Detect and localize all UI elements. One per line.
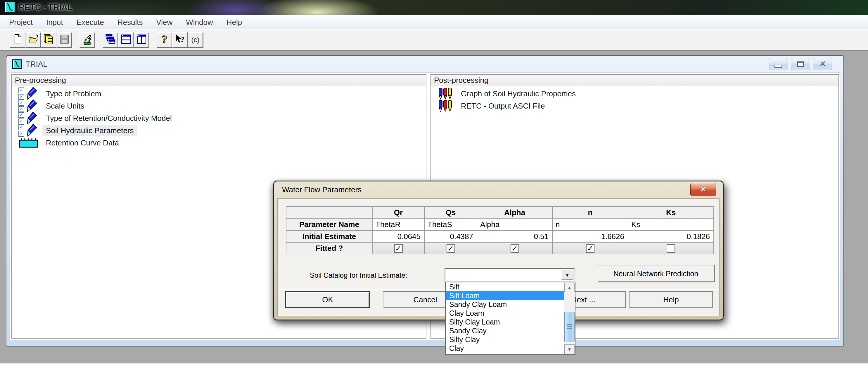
soil-catalog-combobox[interactable]: ▼ <box>445 268 575 281</box>
checkbox-checked[interactable]: ✓ <box>19 112 24 118</box>
dropdown-item-sandy-clay[interactable]: Sandy Clay <box>446 326 564 335</box>
dialog-title: Water Flow Parameters <box>274 181 362 198</box>
help-button[interactable]: Help <box>629 291 713 308</box>
parameter-table: Qr Qs Alpha n Ks Parameter Name ThetaR T… <box>286 206 714 254</box>
pre-item-retention-curve-data[interactable]: Retention Curve Data <box>12 137 426 149</box>
pre-item-soil-hydraulic-parameters[interactable]: ✓ ✓ Soil Hydraulic Parameters <box>12 124 426 137</box>
cascade-windows-button[interactable] <box>102 32 118 48</box>
scroll-up-icon[interactable]: ▲ <box>564 283 575 292</box>
minimize-button[interactable] <box>769 58 788 70</box>
row-header-initial-estimate: Initial Estimate <box>286 231 372 242</box>
context-help-button[interactable]: ? <box>172 32 188 48</box>
param-name-cell[interactable]: Alpha <box>477 218 552 231</box>
post-item-graph[interactable]: Graph of Soil Hydraulic Properties <box>431 87 838 100</box>
col-header-n: n <box>552 207 628 218</box>
neural-network-prediction-button[interactable]: Neural Network Prediction <box>597 265 715 282</box>
checkbox-checked[interactable]: ✓ <box>19 124 24 130</box>
scrollbar-thumb[interactable] <box>564 312 575 342</box>
dropdown-item-silty-clay[interactable]: Silty Clay <box>446 335 564 344</box>
edit-pen-icon <box>26 99 38 113</box>
col-header-qs: Qs <box>424 207 477 218</box>
checkbox-checked[interactable]: ✓ <box>19 131 24 137</box>
item-label[interactable]: Retention Curve Data <box>42 138 122 148</box>
dropdown-item-clay-loam[interactable]: Clay Loam <box>446 309 564 317</box>
fitted-checkbox-ks[interactable] <box>666 244 675 253</box>
scroll-down-icon[interactable]: ▼ <box>564 344 575 354</box>
param-name-cell[interactable]: ThetaR <box>372 218 424 231</box>
open-project-button[interactable] <box>25 32 41 48</box>
fitted-checkbox-alpha[interactable]: ✓ <box>510 244 519 253</box>
toolbar: ? ? (c) <box>0 29 868 51</box>
menu-project[interactable]: Project <box>2 16 39 29</box>
post-item-output-ascii[interactable]: RETC - Output ASCI File <box>431 100 838 112</box>
pre-item-retention-model[interactable]: ✓ ✓ Type of Retention/Conductivity Model <box>12 112 426 124</box>
col-header-ks: Ks <box>628 207 714 218</box>
item-label[interactable]: Type of Retention/Conductivity Model <box>42 113 175 124</box>
tile-vertical-button[interactable] <box>133 32 149 48</box>
initial-estimate-cell[interactable]: 0.0645 <box>372 231 424 242</box>
new-project-button[interactable] <box>10 32 25 48</box>
soil-catalog-dropdown-list: Silt Silt Loam Sandy Clay Loam Clay Loam… <box>445 282 576 355</box>
item-checkboxes[interactable]: ✓ ✓ <box>19 112 25 124</box>
item-checkboxes[interactable]: ✓ ✓ <box>19 124 25 137</box>
initial-estimate-cell[interactable]: 0.1826 <box>628 231 714 242</box>
item-label[interactable]: Type of Problem <box>42 88 105 99</box>
menu-execute[interactable]: Execute <box>70 16 111 29</box>
fitted-checkbox-qr[interactable]: ✓ <box>394 244 403 253</box>
dialog-close-button[interactable]: ✕ <box>690 183 716 196</box>
help-button[interactable]: ? <box>157 32 172 48</box>
ok-button[interactable]: OK <box>285 291 370 308</box>
open-docs-button[interactable] <box>41 32 56 48</box>
dropdown-item-silty-clay-loam[interactable]: Silty Clay Loam <box>446 317 564 326</box>
tile-horizontal-button[interactable] <box>118 32 133 48</box>
trial-window-icon <box>12 59 22 69</box>
fitted-checkbox-n[interactable]: ✓ <box>586 244 594 253</box>
checkbox-checked[interactable]: ✓ <box>19 87 24 93</box>
dropdown-item-silt-loam[interactable]: Silt Loam <box>446 291 564 300</box>
menu-help[interactable]: Help <box>220 16 249 29</box>
checkbox-checked[interactable]: ✓ <box>19 94 24 100</box>
menu-window[interactable]: Window <box>179 16 219 29</box>
checkbox-checked[interactable]: ✓ <box>19 118 24 124</box>
checkbox-checked[interactable]: ✓ <box>19 106 24 112</box>
dropdown-scrollbar[interactable]: ▲ ▼ <box>564 282 575 354</box>
pre-item-scale-units[interactable]: ✓ ✓ Scale Units <box>12 100 426 112</box>
initial-estimate-cell[interactable]: 0.51 <box>477 231 552 242</box>
cascade-windows-icon <box>105 33 116 46</box>
tile-vertical-icon <box>135 33 147 46</box>
screen: RETC - TRIAL Project Input Execute Resul… <box>0 0 868 369</box>
pre-item-type-of-problem[interactable]: ✓ ✓ Type of Problem <box>12 87 426 100</box>
menu-view[interactable]: View <box>149 16 179 29</box>
tile-horizontal-icon <box>120 33 132 46</box>
item-label[interactable]: Graph of Soil Hydraulic Properties <box>457 88 579 99</box>
param-name-cell[interactable]: Ks <box>628 218 714 231</box>
restore-button[interactable] <box>791 58 810 70</box>
run-retc-button[interactable] <box>80 32 95 48</box>
item-label[interactable]: RETC - Output ASCI File <box>457 101 549 112</box>
initial-estimate-cell[interactable]: 1.6626 <box>552 231 628 242</box>
edit-pen-icon <box>26 112 38 125</box>
param-name-cell[interactable]: ThetaS <box>424 218 477 231</box>
item-label[interactable]: Soil Hydraulic Parameters <box>42 125 137 136</box>
close-window-button[interactable]: ✕ <box>813 58 832 70</box>
save-button[interactable] <box>56 32 72 48</box>
soil-catalog-label: Soil Catalog for Initial Estimate: <box>310 269 407 282</box>
combobox-dropdown-button[interactable]: ▼ <box>561 269 574 280</box>
trial-titlebar[interactable]: TRIAL ✕ <box>6 56 843 73</box>
menu-results[interactable]: Results <box>111 16 150 29</box>
item-label[interactable]: Scale Units <box>42 101 88 112</box>
item-checkboxes[interactable]: ✓ ✓ <box>19 100 25 112</box>
svg-text:?: ? <box>180 35 184 44</box>
dropdown-item-sandy-clay-loam[interactable]: Sandy Clay Loam <box>446 300 564 309</box>
item-checkboxes[interactable]: ✓ ✓ <box>19 87 25 100</box>
about-button[interactable]: (c) <box>188 32 203 48</box>
copy-documents-icon <box>43 33 55 46</box>
param-name-cell[interactable]: n <box>552 218 628 231</box>
checkbox-checked[interactable]: ✓ <box>19 100 24 106</box>
menu-input[interactable]: Input <box>39 16 70 29</box>
dropdown-item-clay[interactable]: Clay <box>446 344 564 352</box>
dropdown-item-silt[interactable]: Silt <box>446 282 564 291</box>
col-header-alpha: Alpha <box>477 207 552 218</box>
fitted-checkbox-qs[interactable]: ✓ <box>446 244 455 253</box>
initial-estimate-cell[interactable]: 0.4387 <box>424 231 477 242</box>
